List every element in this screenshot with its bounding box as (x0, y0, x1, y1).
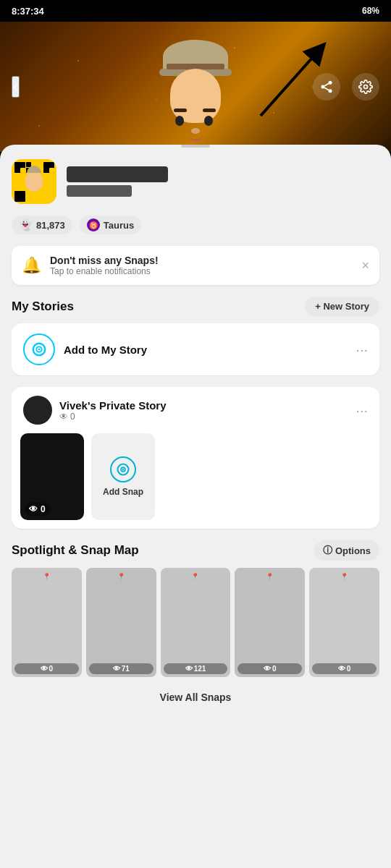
taurus-icon: ♉ (87, 218, 100, 231)
zodiac-badge[interactable]: ♉ Taurus (80, 216, 141, 234)
bitmoji-avatar (156, 40, 235, 134)
private-story-more-button[interactable]: ··· (356, 402, 368, 419)
notification-banner: 🔔 Don't miss any Snaps! Tap to enable no… (12, 246, 379, 285)
main-card: 👻 81,873 ♉ Taurus 🔔 Don't miss any Snaps… (0, 145, 391, 868)
profile-qr-avatar[interactable] (12, 159, 56, 204)
avatar-face (170, 69, 221, 123)
location-pin-3: 📍 (237, 571, 302, 580)
notification-close-button[interactable]: × (361, 258, 369, 273)
drag-handle[interactable] (181, 145, 210, 148)
snap-grid-views-4: 👁 0 (312, 663, 377, 674)
avatar-eyebrow-right (203, 109, 216, 112)
eye-icon-grid-2: 👁 (185, 665, 193, 673)
private-story-avatar (23, 396, 52, 425)
camera-icon (31, 341, 47, 357)
share-icon (319, 80, 334, 94)
eye-icon-grid-1: 👁 (113, 665, 120, 673)
private-story-info: Vivek's Private Story 👁 0 (59, 399, 348, 422)
notification-text: Don't miss any Snaps! Tap to enable noti… (50, 255, 353, 276)
svg-point-0 (329, 81, 332, 85)
add-to-my-story-item[interactable]: Add to My Story ··· (12, 323, 379, 375)
hero-area: ‹ (0, 22, 391, 152)
settings-button[interactable] (352, 73, 379, 101)
eye-icon-grid-4: 👁 (338, 665, 345, 673)
add-snap-button[interactable]: Add Snap (91, 433, 155, 520)
snap-grid-views-1: 👁 71 (89, 663, 154, 674)
my-stories-header: My Stories + New Story (12, 297, 379, 316)
status-icons: 68% (362, 6, 379, 16)
eye-icon-grid-3: 👁 (264, 665, 271, 673)
profile-info (67, 166, 379, 197)
snap-grid-item-4[interactable]: 📍 👁 0 (309, 568, 379, 677)
svg-line-4 (324, 83, 329, 85)
private-story-views: 👁 0 (59, 412, 348, 422)
svg-point-9 (38, 349, 41, 351)
add-snap-icon (110, 456, 136, 482)
private-story-name: Vivek's Private Story (59, 399, 348, 412)
snap-grid-views-0: 👁 0 (14, 663, 79, 674)
hero-action-buttons (313, 73, 379, 101)
zodiac-label: Taurus (104, 220, 134, 231)
avatar-eyebrow-left (174, 109, 187, 112)
snap-grid-item-0[interactable]: 📍 👁 0 (12, 568, 82, 677)
add-to-my-story-more-button[interactable]: ··· (356, 341, 368, 358)
private-story-header: Vivek's Private Story 👁 0 ··· (12, 387, 379, 433)
snap-grid-views-2: 👁 121 (164, 663, 228, 674)
view-all-snaps-button[interactable]: View All Snaps (12, 684, 379, 710)
eye-icon-grid-0: 👁 (41, 665, 48, 673)
location-pin-0: 📍 (14, 571, 79, 580)
spotlight-title: Spotlight & Snap Map (12, 543, 139, 558)
status-battery: 68% (362, 6, 379, 16)
add-snap-label: Add Snap (103, 487, 143, 497)
private-story-snaps: 👁 0 Add Snap (12, 433, 379, 529)
snap-grid-item-2[interactable]: 📍 👁 121 (161, 568, 231, 677)
follower-count-badge[interactable]: 👻 81,873 (12, 216, 72, 234)
my-story-ring-icon (23, 333, 55, 365)
snap-view-count: 👁 0 (25, 503, 50, 516)
svg-point-1 (321, 85, 325, 89)
new-story-button[interactable]: + New Story (305, 297, 379, 316)
spotlight-header: Spotlight & Snap Map ⓘ Options (12, 540, 379, 561)
camera-add-icon (116, 462, 130, 477)
profile-section (0, 159, 391, 216)
gear-icon (358, 80, 373, 94)
status-time: 8:37:34 (12, 6, 44, 17)
eye-icon-small: 👁 (29, 504, 38, 514)
notification-subtitle: Tap to enable notifications (50, 266, 353, 276)
share-button[interactable] (313, 73, 340, 101)
eye-icon: 👁 (59, 412, 68, 422)
private-story-section: Vivek's Private Story 👁 0 ··· 👁 0 (0, 387, 391, 529)
my-stories-title: My Stories (12, 299, 74, 314)
back-button[interactable]: ‹ (12, 76, 20, 98)
notification-title: Don't miss any Snaps! (50, 255, 353, 266)
add-to-my-story-label: Add to My Story (64, 344, 347, 356)
private-story-card: Vivek's Private Story 👁 0 ··· 👁 0 (12, 387, 379, 529)
avatar-eye-right (204, 116, 213, 126)
follower-count: 81,873 (36, 220, 65, 231)
ghost-icon: 👻 (19, 218, 33, 231)
snap-grid-item-1[interactable]: 📍 👁 71 (86, 568, 156, 677)
info-icon: ⓘ (323, 544, 332, 557)
snap-grid-views-3: 👁 0 (237, 663, 302, 674)
svg-point-2 (329, 89, 332, 93)
svg-point-5 (364, 85, 368, 89)
stats-row: 👻 81,873 ♉ Taurus (0, 216, 391, 246)
spotlight-section: Spotlight & Snap Map ⓘ Options 📍 👁 0 📍 👁 (0, 540, 391, 710)
options-button[interactable]: ⓘ Options (314, 540, 379, 561)
location-pin-2: 📍 (164, 571, 228, 580)
bell-icon: 🔔 (22, 256, 41, 275)
location-pin-4: 📍 (312, 571, 377, 580)
snap-grid-item-3[interactable]: 📍 👁 0 (235, 568, 305, 677)
avatar-nose (191, 128, 200, 134)
my-stories-section: My Stories + New Story Add to My Story ·… (0, 297, 391, 375)
svg-line-3 (324, 88, 329, 90)
snap-thumbnail[interactable]: 👁 0 (20, 433, 84, 520)
profile-name-blurred (67, 166, 168, 182)
location-pin-1: 📍 (89, 571, 154, 580)
svg-point-12 (122, 469, 125, 471)
avatar-eye-left (175, 116, 184, 126)
status-bar: 8:37:34 68% (0, 0, 391, 22)
snap-grid: 📍 👁 0 📍 👁 71 📍 👁 121 (12, 568, 379, 677)
profile-handle-blurred (67, 185, 132, 197)
